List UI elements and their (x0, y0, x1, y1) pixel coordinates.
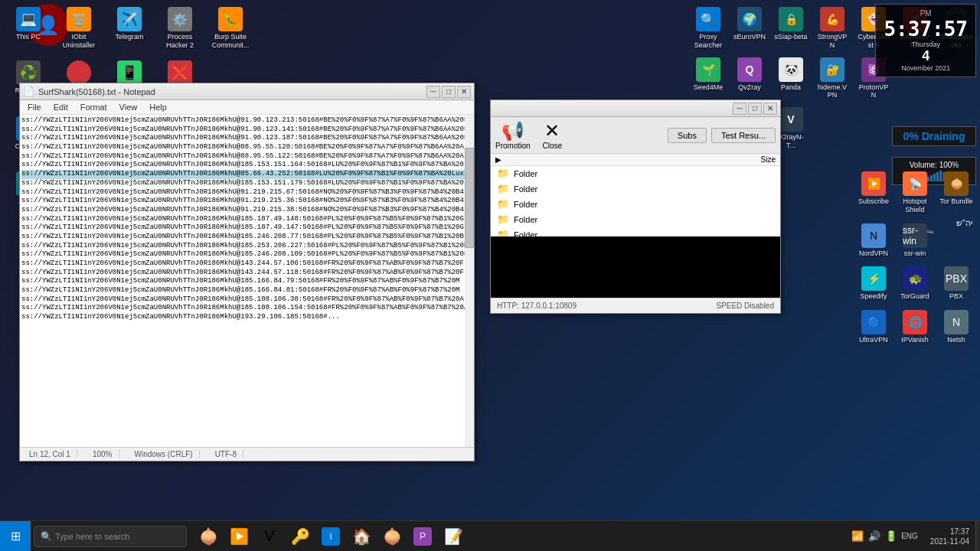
taskbar-icon-0and1text[interactable]: 📝 (438, 521, 469, 552)
item-name: Folder (514, 169, 728, 178)
item-name: Folder (514, 200, 728, 209)
draining-widget: 0% Draining (892, 126, 976, 146)
desktop-icon-ipvanish[interactable]: 🌐 IPVanish (895, 307, 935, 347)
taskbar: ⊞ 🔍 Type here to search 🧅 ▶️ V 🔑 i (0, 520, 980, 551)
desktop-icon-ssiap[interactable]: 🔒 sSiap-beta (771, 4, 811, 53)
filemanager-content: ▶ Size 📁 Folder 📁 Folder 📁 Folder (491, 154, 780, 236)
desktop-icon-ssrvpn[interactable]: ssr-win ssr-win (895, 220, 935, 261)
taskbar-clock[interactable]: 17:37 2021-11-04 (924, 527, 975, 546)
notepad-menu-edit[interactable]: Edit (47, 101, 74, 113)
0and1text-icon: 📝 (444, 527, 463, 546)
list-item[interactable]: 📁 Folder (491, 212, 780, 227)
desktop-icon-iobit[interactable]: 🗑️ IObit Uninstaller (54, 4, 103, 53)
desktop-icon-netsh[interactable]: N Netsh (936, 307, 976, 347)
notepad-menubar: File Edit Format View Help (20, 100, 474, 115)
start-button[interactable]: ⊞ (0, 521, 31, 552)
vpn-test-btn[interactable]: Test Resu... (711, 128, 776, 143)
filemanager-statusbar: HTTP: 127.0.0.1:10809 SPEED Disabled (491, 298, 780, 313)
desktop-icon-hidemevpn[interactable]: 🔐 hideme.VPN (812, 54, 852, 103)
taskbar-icon-kmplayer[interactable]: ▶️ (224, 521, 254, 552)
desktop-icon-tor-bundle[interactable]: 🧅 Tor Bundle (936, 168, 976, 217)
notepad-status-lineending: Windows (CRLF) (129, 450, 200, 458)
notepad-scrollbar[interactable] (465, 115, 474, 447)
desktop-icon-pbx[interactable]: PBX PBX (936, 263, 976, 304)
desktop-icon-process-hacker[interactable]: ⚙️ Process Hacker 2 (155, 4, 204, 53)
taskbar-icon-onionfruit[interactable]: 🧅 (377, 521, 407, 552)
tray-icon-battery[interactable]: 🔋 (884, 530, 898, 543)
filemanager-path: ▶ (495, 155, 501, 164)
notepad-icon: 📄 (23, 86, 35, 98)
right-icons-lower: ▶️ Subscribe 📡 Hotspot Shield 🧅 Tor Bund… (854, 168, 976, 347)
vpn-dialog-toolbar: 📢 Promotion ✕ Close Subs Test Resu... (491, 117, 780, 154)
desktop-icon-torguard[interactable]: 🐢 TorGuard (895, 263, 935, 304)
desktop-icon-seed4me[interactable]: 🌱 Seed4Me (688, 54, 728, 103)
desktop-icon-telegram[interactable]: ✈️ Telegram (105, 4, 154, 53)
tray-icon-network[interactable]: 📶 (851, 530, 864, 543)
taskbar-search-box[interactable]: 🔍 Type here to search (34, 526, 187, 547)
notepad-controls: ─ □ ✕ (426, 86, 471, 98)
notepad-text-area[interactable]: ss://YWZzLTI1NI1nY206V0N1ej5cmZaU0NRUVhT… (20, 115, 474, 447)
vpn-dialog-close-action-btn[interactable]: ✕ Close (543, 120, 563, 150)
tray-icon-volume[interactable]: 🔊 (867, 530, 881, 543)
vpn-dialog-maximize-btn[interactable]: □ (748, 103, 762, 115)
taskbar-icon-vega[interactable]: V (254, 521, 285, 552)
folder-icon: 📁 (497, 214, 509, 226)
taskbar-icon-vpnhood[interactable]: 🏠 (346, 521, 377, 552)
notepad-minimize-btn[interactable]: ─ (426, 86, 440, 98)
desktop-icon-proxy-searcher[interactable]: 🔍 Proxy Searcher (688, 4, 728, 53)
vpn-subs-btn[interactable]: Subs (668, 128, 707, 143)
desktop-icon-this-pc[interactable]: 💻 This PC (4, 4, 53, 53)
desktop-icon-hotspot[interactable]: 📡 Hotspot Shield (895, 168, 935, 217)
size-header: Size (761, 155, 776, 164)
notepad-maximize-btn[interactable]: □ (442, 86, 456, 98)
desktop-icon-strongvpn[interactable]: 💪 StrongVPN (812, 4, 852, 53)
taskbar-icon-purevpn[interactable]: P (407, 521, 438, 552)
list-item[interactable]: 📁 Folder (491, 181, 780, 197)
notepad-menu-help[interactable]: Help (143, 101, 173, 113)
desktop-icon-eurovpn[interactable]: 🌍 sEuroVPN (730, 4, 769, 53)
item-name: Folder (514, 230, 728, 236)
notepad-menu-file[interactable]: File (21, 101, 47, 113)
filemanager-list[interactable]: 📁 Folder 📁 Folder 📁 Folder 📁 Folder (491, 166, 780, 236)
vpn-dialog-titlebar[interactable]: ─ □ ✕ (491, 100, 780, 117)
item-name: Folder (514, 215, 728, 224)
system-tray: 📶 🔊 🔋 ENG (844, 530, 924, 543)
desktop-icon-speedify[interactable]: ⚡ Speedify (854, 263, 893, 304)
vpn-dialog-close-btn[interactable]: ✕ (763, 103, 777, 115)
onionfruit-icon: 🧅 (383, 527, 402, 546)
notepad-scrollbar-thumb[interactable] (465, 148, 474, 247)
notepad-status-linecol: Ln 12, Col 1 (23, 450, 77, 458)
clock-date: 4 (884, 48, 968, 64)
notepad-content[interactable]: ss://YWZzLTI1NI1nY206V0N1ej5cmZaU0NRUVhT… (20, 115, 474, 447)
notepad-title: SurfShark(50168).txt - Notepad (38, 87, 426, 96)
tray-language: ENG (901, 532, 918, 540)
purevpn-icon: P (413, 527, 432, 546)
list-item[interactable]: 📁 Folder (491, 166, 780, 181)
close-label: Close (543, 142, 563, 150)
notepad-titlebar[interactable]: 📄 SurfShark(50168).txt - Notepad ─ □ ✕ (20, 83, 474, 100)
desktop-icon-panda[interactable]: 🐼 Panda (771, 54, 811, 103)
folder-icon: 📁 (497, 183, 509, 195)
desktop-icon-ultravpn[interactable]: 🔵 UltraVPN (854, 307, 893, 347)
desktop-icon-subscribe[interactable]: ▶️ Subscribe (854, 168, 893, 217)
taskbar-icon-iprovpn[interactable]: i (315, 521, 346, 552)
taskbar-icon-logintoolz[interactable]: 🔑 (285, 521, 315, 552)
notepad-menu-format[interactable]: Format (74, 101, 113, 113)
desktop-icon-qvzray[interactable]: Q QvZray (730, 54, 769, 103)
desktop-icon-nordvpn[interactable]: N NordVPN (854, 220, 893, 261)
list-item[interactable]: 📁 Folder (491, 197, 780, 212)
clock-widget: PM 5:37:57 Thursday 4 November 2021 (875, 4, 976, 77)
list-item[interactable]: 📁 Folder (491, 227, 780, 236)
filemanager-path-bar: ▶ Size (491, 154, 780, 166)
vpn-dialog-minimize-btn[interactable]: ─ (733, 103, 746, 115)
notepad-status-encoding: UTF-8 (209, 450, 243, 458)
notepad-close-btn[interactable]: ✕ (457, 86, 471, 98)
clock-day: Thursday (884, 41, 968, 48)
taskbar-app-icons: 🧅 ▶️ V 🔑 i 🏠 🧅 P (190, 521, 844, 552)
notepad-menu-view[interactable]: View (113, 101, 144, 113)
vpn-dialog-promotion-btn[interactable]: 📢 Promotion (495, 120, 531, 150)
desktop-icon-burp-suite[interactable]: 🐛 Burp Suite Communit... (206, 4, 255, 53)
draining-percent: 0% Draining (899, 130, 969, 142)
taskbar-icon-tor[interactable]: 🧅 (193, 521, 224, 552)
show-desktop-btn[interactable] (975, 521, 980, 552)
